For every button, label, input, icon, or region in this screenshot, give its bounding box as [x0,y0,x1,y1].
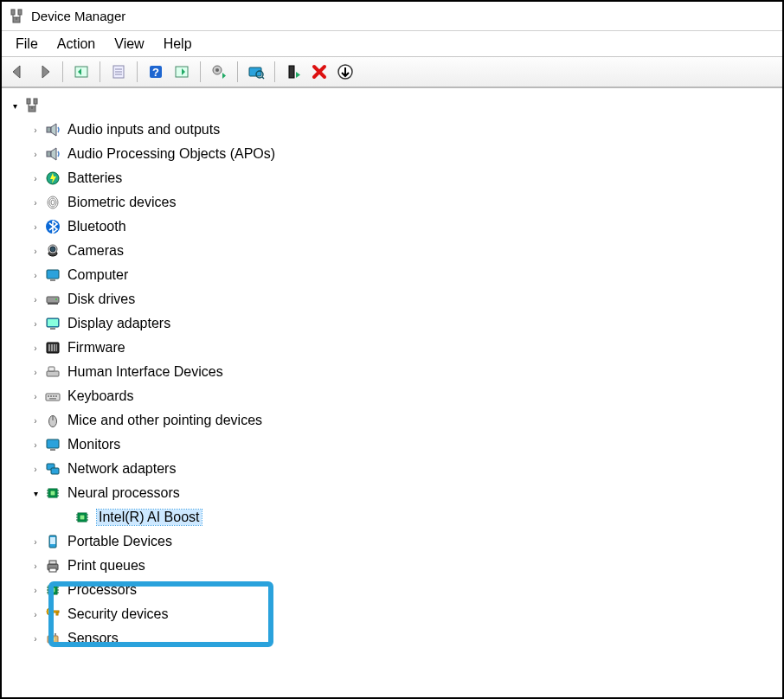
expand-icon[interactable]: › [29,269,42,281]
battery-icon [43,169,62,188]
toolbar-separator [274,61,275,82]
add-legacy-button[interactable] [334,61,357,83]
menu-action[interactable]: Action [48,35,104,54]
category-processors[interactable]: ›Processors [9,578,779,602]
category-batteries[interactable]: ›Batteries [9,166,779,190]
category-label: Keyboards [67,388,134,404]
category-display-adapters[interactable]: ›Display adapters [9,311,779,336]
category-biometric[interactable]: ›Biometric devices [9,190,779,215]
toolbar-separator [137,61,138,82]
category-audio-io[interactable]: ›Audio inputs and outputs [9,118,779,142]
hid-icon [43,362,62,382]
category-label: Display adapters [67,316,170,331]
expand-icon[interactable]: › [29,124,42,136]
network-icon [43,459,62,478]
delete-button[interactable] [308,61,331,83]
svg-line-78 [262,77,264,79]
toolbar-separator [100,61,100,82]
scan-hardware-button[interactable] [245,61,267,83]
expand-icon[interactable]: › [29,172,42,184]
expand-icon[interactable]: › [29,221,42,233]
collapse-icon[interactable]: ▾ [9,99,21,112]
expand-icon[interactable]: › [29,317,42,330]
fingerprint-icon [43,193,62,212]
category-label: Audio inputs and outputs [67,122,220,138]
monitor-icon [43,266,62,285]
category-bluetooth[interactable]: ›Bluetooth [9,215,779,239]
expand-icon[interactable]: › [29,439,42,451]
speaker-icon [43,144,62,164]
category-cameras[interactable]: ›Cameras [9,239,779,263]
svg-marker-75 [222,73,226,79]
disk-icon [43,290,62,309]
category-label: Processors [67,582,137,598]
toolbar-separator [62,61,63,82]
expand-icon[interactable]: › [29,463,42,475]
expand-icon[interactable]: › [29,342,42,354]
collapse-icon[interactable]: ▾ [29,487,42,499]
category-security[interactable]: ›Security devices [9,602,779,626]
category-portable[interactable]: ›Portable Devices [9,529,779,554]
back-button[interactable] [7,61,29,83]
expand-icon[interactable]: › [29,608,42,620]
svg-marker-80 [296,72,300,78]
category-label: Firmware [67,340,125,356]
titlebar: Device Manager [2,2,782,31]
expand-icon[interactable]: › [29,414,42,426]
device-label: Intel(R) AI Boost [97,510,202,525]
refresh-button[interactable] [170,61,193,83]
menubar: File Action View Help [2,31,782,57]
firmware-icon [43,338,62,357]
expand-icon[interactable]: › [29,293,42,305]
expand-icon[interactable]: › [29,366,42,378]
menu-help[interactable]: Help [155,35,201,54]
svg-rect-76 [249,67,261,76]
expand-icon[interactable]: › [29,196,42,208]
expand-icon[interactable]: › [29,560,42,572]
svg-rect-79 [289,66,294,78]
update-driver-button[interactable] [208,61,230,83]
expand-icon[interactable]: › [29,584,42,596]
show-hidden-button[interactable] [70,61,93,83]
category-keyboards[interactable]: ›Keyboards [9,384,779,408]
category-network[interactable]: ›Network adapters [9,457,779,481]
category-print-queues[interactable]: ›Print queues [9,554,779,578]
category-label: Bluetooth [67,219,126,234]
toolbar-separator [237,61,238,82]
category-label: Batteries [67,170,122,186]
expand-icon[interactable]: › [29,535,42,548]
category-sensors[interactable]: ›Sensors [9,626,779,651]
keyboard-icon [43,387,62,406]
expand-icon[interactable]: › [29,632,42,644]
category-label: Human Interface Devices [67,364,223,380]
toolbar-separator [200,61,201,82]
display-icon [43,314,62,333]
forward-button[interactable] [33,61,55,83]
device-intel-ai-boost[interactable]: Intel(R) AI Boost [9,505,779,529]
help-button[interactable]: ? [145,61,167,83]
category-label: Cameras [67,243,124,259]
tree-root[interactable]: ▾ [9,93,779,118]
chip-icon [73,508,92,527]
speaker-icon [43,120,62,139]
properties-button[interactable] [107,61,130,83]
category-disk-drives[interactable]: ›Disk drives [9,287,779,311]
category-firmware[interactable]: ›Firmware [9,336,779,360]
category-label: Portable Devices [67,534,172,549]
enable-device-button[interactable] [282,61,305,83]
category-mice[interactable]: ›Mice and other pointing devices [9,408,779,433]
category-label: Biometric devices [67,195,176,210]
device-tree[interactable]: ▾ ›Audio inputs and outputs›Audio Proces… [2,88,782,697]
menu-file[interactable]: File [7,35,47,54]
category-audio-apo[interactable]: ›Audio Processing Objects (APOs) [9,142,779,166]
expand-icon[interactable]: › [29,148,42,160]
menu-view[interactable]: View [106,35,152,54]
expand-icon[interactable]: › [29,245,42,257]
key-icon [43,605,62,624]
category-neural[interactable]: ▾Neural processors [9,481,779,505]
category-computer[interactable]: ›Computer [9,263,779,287]
category-hid[interactable]: ›Human Interface Devices [9,360,779,384]
category-monitors[interactable]: ›Monitors [9,433,779,457]
sensor-icon [43,629,62,648]
expand-icon[interactable]: › [29,390,42,402]
